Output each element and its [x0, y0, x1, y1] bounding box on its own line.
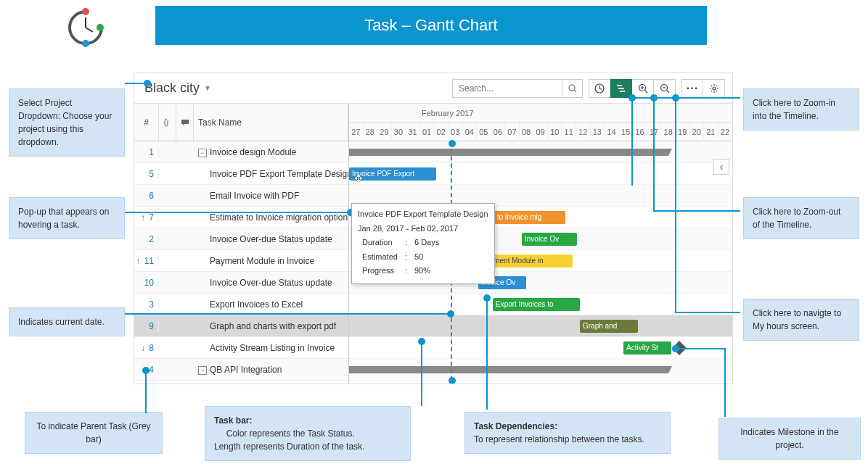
task-name: Email Invoice with PDF — [194, 191, 348, 201]
row-number: 3 — [134, 299, 159, 310]
scroll-left-button[interactable]: ‹ — [713, 159, 729, 175]
task-bar[interactable]: Invoice Ov — [522, 233, 577, 246]
comment-icon — [181, 119, 189, 126]
search-button[interactable] — [562, 80, 582, 97]
task-row[interactable]: 5Invoice PDF Export Template Design — [134, 163, 348, 185]
search-input[interactable] — [453, 80, 562, 97]
task-name: Export Invoices to Excel — [194, 299, 348, 310]
day-cell: 10 — [548, 123, 562, 141]
search-icon — [568, 84, 577, 93]
task-name: Invoice Over-due Status update — [194, 234, 348, 244]
day-cell: 07 — [505, 123, 520, 141]
row-number: 6 — [134, 191, 159, 201]
task-row[interactable]: ↓ 8Activity Stream Listing in Invoice — [134, 337, 348, 359]
callout-popup: Pop-up that appears on hovering a task. — [9, 197, 125, 239]
tooltip-duration-label: Duration — [359, 236, 401, 249]
svg-line-11 — [644, 90, 647, 93]
day-cell: 30 — [392, 123, 406, 141]
task-row[interactable]: ↑ 7Estimate to Invoice migration option — [134, 207, 348, 228]
paperclip-icon — [164, 118, 171, 127]
task-row[interactable]: 9Graph and charts with export pdf — [134, 315, 348, 337]
day-cell: 14 — [605, 123, 619, 141]
col-task-name[interactable]: Task Name — [194, 104, 348, 141]
collapse-button[interactable]: − — [198, 366, 207, 375]
chart-row — [349, 359, 732, 381]
row-number: 1 — [134, 147, 159, 157]
task-name: Activity Stream Listing in Invoice — [194, 343, 348, 353]
svg-point-1 — [82, 8, 89, 15]
callout-zoom-in: Click here to Zoom-in into the Timeline. — [743, 88, 859, 130]
project-dropdown[interactable]: Black city ▼ — [142, 80, 214, 96]
callout-task-bar: Task bar: Color represents the Task Stat… — [205, 406, 411, 461]
collapse-button[interactable]: − — [198, 149, 207, 157]
row-number: 5 — [134, 169, 159, 179]
summary-bar[interactable] — [349, 149, 668, 156]
svg-line-5 — [574, 90, 576, 92]
tooltip-estimated-value: 50 — [412, 251, 442, 264]
settings-button[interactable] — [703, 79, 725, 98]
gear-icon — [709, 83, 719, 94]
svg-point-4 — [569, 85, 575, 91]
svg-point-3 — [82, 40, 89, 47]
day-cell: 29 — [377, 123, 392, 141]
clock-icon — [594, 83, 605, 94]
zoom-in-icon — [638, 83, 648, 94]
task-bar[interactable]: Graph and — [580, 320, 638, 333]
task-row[interactable]: 10Invoice Over-due Status update — [134, 272, 348, 294]
day-cell: 18 — [661, 123, 676, 141]
ellipsis-icon: ··· — [687, 82, 698, 95]
task-name: Graph and charts with export pdf — [194, 321, 348, 331]
tooltip-estimated-label: Estimated — [359, 251, 401, 264]
svg-rect-8 — [618, 88, 624, 89]
summary-bar[interactable] — [349, 366, 668, 373]
dropdown-caret-icon: ▼ — [204, 84, 211, 92]
day-cell: 20 — [690, 123, 705, 141]
svg-point-17 — [713, 87, 716, 90]
day-cell: 13 — [591, 123, 605, 141]
col-attachment[interactable] — [159, 104, 176, 141]
tooltip-duration-value: 6 Days — [412, 236, 442, 249]
app-logo — [64, 6, 107, 49]
task-row[interactable]: 4−QB API Integration — [134, 359, 348, 381]
my-hours-button[interactable] — [589, 79, 610, 98]
task-name: −Invoice design Module — [194, 147, 348, 157]
task-row[interactable]: ↑ 11Payment Module in Invoice — [134, 250, 348, 272]
callout-dependencies: Task Dependencies:To represent relations… — [464, 412, 671, 454]
task-row[interactable]: 3Export Invoices to Excel — [134, 294, 348, 315]
tooltip-progress-value: 90% — [412, 265, 442, 278]
day-cell: 12 — [576, 123, 591, 141]
day-cell: 09 — [533, 123, 548, 141]
row-number: 10 — [134, 278, 159, 288]
callout-my-hours: Click here to navigte to My hours screen… — [743, 299, 859, 341]
task-tooltip: Invoice PDF Export Template Design Jan 2… — [351, 203, 495, 284]
tooltip-dates: Jan 28, 2017 - Feb 02, 2017 — [358, 223, 488, 236]
row-number: 2 — [134, 234, 159, 244]
svg-point-2 — [97, 24, 104, 31]
more-button[interactable]: ··· — [681, 79, 703, 98]
row-number: ↑ 11 — [134, 256, 159, 266]
task-row[interactable]: 1−Invoice design Module — [134, 141, 348, 163]
row-number: ↑ 7 — [134, 212, 159, 223]
callout-project-dropdown: Select Project Dropdown: Choose your pro… — [9, 88, 125, 157]
zoom-out-icon — [660, 83, 670, 94]
day-cell: 21 — [704, 123, 718, 141]
task-bar[interactable]: Export Invoices to — [493, 298, 580, 311]
task-row[interactable]: 2Invoice Over-due Status update — [134, 228, 348, 250]
callout-milestone: Indicates Milestone in the project. — [718, 418, 861, 460]
col-number[interactable]: # — [134, 104, 159, 141]
tooltip-progress-label: Progress — [359, 265, 401, 278]
day-cell: 06 — [491, 123, 506, 141]
row-number: ↓ 8 — [134, 343, 159, 353]
col-comment[interactable] — [176, 104, 194, 141]
chevron-left-icon: ‹ — [720, 161, 724, 173]
search-box — [452, 79, 583, 98]
svg-rect-9 — [620, 91, 625, 92]
callout-zoom-out: Click here to Zoom-out of the Timeline. — [743, 197, 859, 239]
task-row[interactable]: 6Email Invoice with PDF — [134, 185, 348, 207]
task-bar[interactable]: Activity St — [623, 341, 671, 355]
svg-line-15 — [666, 90, 669, 93]
day-cell: 02 — [434, 123, 449, 141]
move-cursor-icon: ✥ — [354, 173, 363, 184]
chart-row: Graph and — [349, 315, 732, 337]
row-number: 9 — [134, 321, 159, 331]
